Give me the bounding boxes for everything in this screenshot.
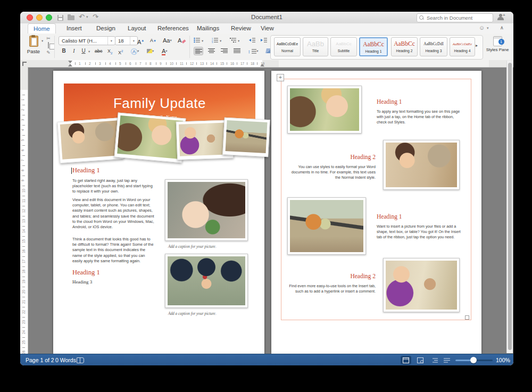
page2-row1-text[interactable]: To apply any text formatting you see on … <box>377 109 464 125</box>
tab-insert[interactable]: Insert <box>61 23 87 33</box>
page2-photo-boy-dinner[interactable] <box>383 140 460 190</box>
table-move-handle[interactable]: + <box>277 74 284 81</box>
style-heading-3[interactable]: AaBbCcDdIHeading 3 <box>420 37 447 56</box>
photo-caption-2[interactable]: Add a caption for your picture. <box>168 311 217 316</box>
hanging-indent-marker[interactable] <box>68 64 72 66</box>
numbering-caret-icon[interactable]: ▾ <box>220 39 221 43</box>
italic-button[interactable]: I <box>70 47 78 55</box>
page1-heading-b[interactable]: Heading 1 <box>72 269 100 277</box>
cut-button[interactable]: ✂ <box>45 35 52 41</box>
photo-mother-baby[interactable] <box>165 179 248 241</box>
page1-heading3-text[interactable]: Heading 3 <box>72 279 92 285</box>
page-1[interactable]: Family Update Your Family Name Heading 1… <box>53 71 264 354</box>
font-name-combo[interactable]: Calisto MT (H...▾ <box>59 36 115 45</box>
collage-photo-whispering-girls[interactable] <box>114 113 186 163</box>
paste-caret-icon[interactable]: ▾ <box>41 39 43 43</box>
page2-row2-text[interactable]: You can use styles to easily format your… <box>286 164 376 180</box>
word-count[interactable]: 0 Words <box>55 357 76 363</box>
zoom-percentage[interactable]: 100% <box>496 357 510 363</box>
strikethrough-button[interactable]: abc <box>95 47 103 55</box>
web-layout-view-button[interactable] <box>415 356 426 364</box>
search-box[interactable] <box>417 13 493 22</box>
first-line-indent-marker[interactable] <box>68 61 72 63</box>
text-effects-button[interactable]: A▾ <box>131 47 139 55</box>
multilevel-caret-icon[interactable]: ▾ <box>238 39 239 43</box>
line-spacing-button[interactable]: ↕ ▾ <box>248 47 259 55</box>
bold-button[interactable]: B <box>60 47 68 55</box>
page2-row4-heading[interactable]: Heading 2 <box>286 273 376 279</box>
underline-button[interactable]: U <box>80 47 87 55</box>
outline-view-button[interactable] <box>429 356 440 364</box>
tab-view[interactable]: View <box>255 23 279 33</box>
page-2[interactable]: + Heading 1 To apply any text formatting… <box>271 71 481 354</box>
grow-font-button[interactable]: A▲ <box>137 36 144 45</box>
superscript-button[interactable]: X2 <box>118 47 123 55</box>
page2-row3-heading[interactable]: Heading 1 <box>377 213 402 220</box>
paste-button[interactable]: Paste <box>26 36 41 57</box>
align-right-button[interactable] <box>219 47 229 55</box>
photo-caption-1[interactable]: Add a caption for your picture. <box>168 244 217 249</box>
style-title[interactable]: AaBbTitle <box>303 37 328 56</box>
decrease-indent-button[interactable] <box>249 36 256 45</box>
page1-paragraph-1[interactable]: To get started right away, just tap any … <box>72 178 154 195</box>
font-color-button[interactable]: A▾ <box>162 47 168 55</box>
change-case-button[interactable]: Aa▾ <box>163 36 172 45</box>
tab-design[interactable]: Design <box>91 23 121 33</box>
draft-view-button[interactable] <box>442 356 452 364</box>
page2-row2-heading[interactable]: Heading 2 <box>286 154 376 160</box>
feedback-smiley-icon[interactable]: ☺ <box>479 24 485 31</box>
tab-references[interactable]: References <box>152 23 194 33</box>
table-resize-handle[interactable] <box>465 315 469 320</box>
copy-button[interactable] <box>45 42 52 48</box>
style-normal[interactable]: AaBbCcDdEeNormal <box>274 37 301 56</box>
tab-review[interactable]: Review <box>226 23 256 33</box>
share-person-add-icon[interactable]: + <box>497 14 505 20</box>
style-subtitle[interactable]: AaBbCcSubtitle <box>330 37 357 56</box>
banner-title[interactable]: Family Update <box>64 95 255 112</box>
multilevel-list-button[interactable] <box>230 36 237 45</box>
photo-graduation[interactable] <box>165 254 248 308</box>
page2-row3-text[interactable]: Want to insert a picture from your files… <box>377 224 464 240</box>
scrollbar-thumb[interactable] <box>508 63 512 350</box>
shrink-font-button[interactable]: A▼ <box>150 36 156 45</box>
bullets-button[interactable] <box>194 36 201 45</box>
tab-mailings[interactable]: Mailings <box>192 23 225 33</box>
proofing-status-icon[interactable] <box>77 357 84 363</box>
justify-button[interactable] <box>232 47 242 55</box>
vertical-scrollbar[interactable] <box>506 61 513 353</box>
feedback-caret-icon[interactable]: ▾ <box>487 26 489 30</box>
subscript-button[interactable]: X2 <box>107 47 112 55</box>
format-painter-button[interactable]: ✎ <box>45 49 52 56</box>
page1-paragraph-3[interactable]: Think a document that looks this good ha… <box>72 237 154 264</box>
tab-layout[interactable]: Layout <box>122 23 152 33</box>
align-center-button[interactable] <box>206 47 216 55</box>
search-input[interactable] <box>426 14 492 22</box>
page1-heading-a[interactable]: Heading 1 <box>72 166 100 174</box>
collapse-ribbon-icon[interactable]: ∧ <box>500 25 504 30</box>
page2-photo-couple-jeep[interactable] <box>287 197 366 255</box>
styles-pane-button[interactable]: 1 Styles Pane <box>485 36 510 52</box>
page2-photo-whispering-girls[interactable] <box>287 86 362 134</box>
vertical-ruler[interactable]: 1234567891011121314151617181920212223242… <box>20 67 28 354</box>
page2-row4-text[interactable]: Find even more easy-to-use tools on the … <box>286 283 376 294</box>
bullets-caret-icon[interactable]: ▾ <box>202 39 203 43</box>
underline-caret-icon[interactable]: ▾ <box>88 49 90 54</box>
tab-selector[interactable] <box>20 60 28 68</box>
page2-photo-girls-table[interactable] <box>383 258 460 312</box>
page-count[interactable]: Page 1 of 2 <box>26 357 54 363</box>
highlight-button[interactable]: ▾ <box>147 47 154 55</box>
page1-paragraph-2[interactable]: View and edit this document in Word on y… <box>72 197 154 230</box>
numbering-button[interactable]: 123 <box>212 36 219 45</box>
collage-photo-couple-jeep[interactable] <box>222 118 270 157</box>
style-heading-1[interactable]: AaBbCcHeading 1 <box>359 37 388 56</box>
page2-row1-heading[interactable]: Heading 1 <box>377 98 402 105</box>
zoom-slider-knob[interactable] <box>470 357 477 363</box>
print-layout-view-button[interactable] <box>401 356 411 364</box>
horizontal-ruler[interactable]: 12345678910111213141516171819 <box>28 60 513 68</box>
gallery-more-icon[interactable]: ▸ <box>476 43 478 48</box>
tab-home[interactable]: Home <box>28 23 56 34</box>
increase-indent-button[interactable] <box>261 36 268 45</box>
style-heading-2[interactable]: AaBbCcHeading 2 <box>391 37 418 56</box>
style-heading-4[interactable]: AaBbCcDdEeHeading 4 <box>450 37 475 56</box>
align-left-button[interactable] <box>194 47 203 55</box>
